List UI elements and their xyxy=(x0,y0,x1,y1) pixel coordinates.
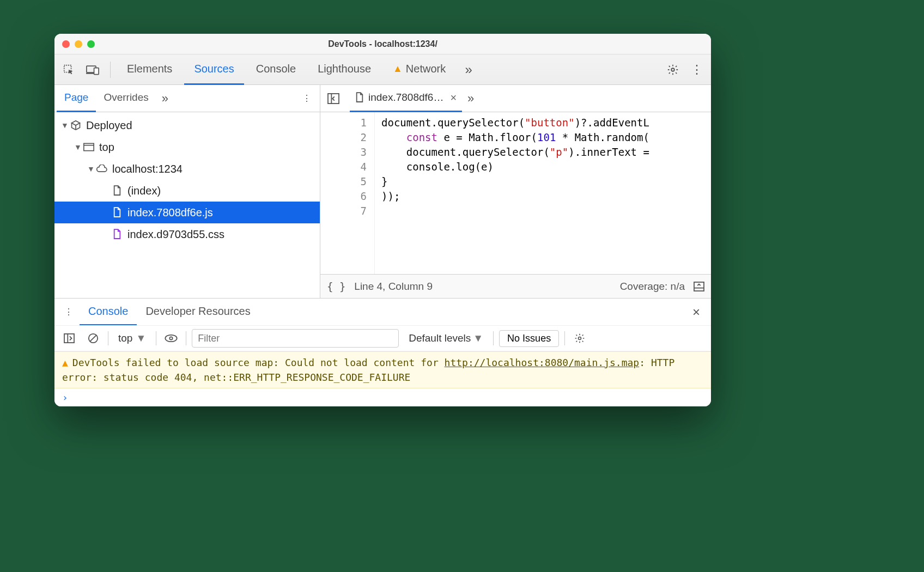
issues-button[interactable]: No Issues xyxy=(499,330,559,347)
tree-label: index.7808df6e.js xyxy=(127,206,213,219)
tree-label: index.d9703d55.css xyxy=(127,228,224,241)
tree-file-js[interactable]: index.7808df6e.js xyxy=(54,202,320,223)
navtab-page[interactable]: Page xyxy=(57,85,96,112)
code-body[interactable]: document.querySelector("button")?.addEve… xyxy=(375,112,711,274)
navtab-overrides[interactable]: Overrides xyxy=(96,85,156,112)
file-icon xyxy=(355,92,364,103)
cloud-icon xyxy=(96,165,108,173)
close-drawer-icon[interactable]: × xyxy=(685,305,708,320)
chevron-down-icon: ▼ xyxy=(73,143,83,151)
editor-pane: index.7808df6… × » 1 2 3 4 5 6 7 xyxy=(320,85,711,298)
tree-file-css[interactable]: index.d9703d55.css xyxy=(54,223,320,245)
console-toolbar: top ▼ Default levels ▼ No Issues xyxy=(54,325,711,351)
console-prompt[interactable]: › xyxy=(54,388,711,406)
navigator-kebab-icon[interactable]: ⋮ xyxy=(296,88,318,109)
code-editor[interactable]: 1 2 3 4 5 6 7 document.querySelector("bu… xyxy=(320,112,711,274)
editor-statusbar: { } Line 4, Column 9 Coverage: n/a xyxy=(320,274,711,298)
code-text xyxy=(381,131,406,143)
source-map-link[interactable]: http://localhost:8080/main.js.map xyxy=(445,357,640,368)
tab-network[interactable]: ▲ Network xyxy=(383,54,455,85)
tree-top[interactable]: ▼ top xyxy=(54,136,320,158)
tree-deployed[interactable]: ▼ Deployed xyxy=(54,114,320,136)
context-select[interactable]: top ▼ xyxy=(114,332,150,344)
tree-label: top xyxy=(99,141,114,154)
warning-icon: ▲ xyxy=(62,357,68,368)
code-text: console.log(e) xyxy=(381,160,711,174)
drawer-kebab-icon[interactable]: ⋮ xyxy=(58,301,80,323)
log-levels-select[interactable]: Default levels ▼ xyxy=(404,332,488,344)
line-number: 6 xyxy=(320,189,367,204)
kebab-menu-icon[interactable]: ⋮ xyxy=(686,59,708,81)
divider xyxy=(493,331,494,345)
navigator-sidebar: Page Overrides » ⋮ ▼ Deployed ▼ xyxy=(54,85,320,298)
maximize-window-button[interactable] xyxy=(87,40,95,48)
console-settings-icon[interactable] xyxy=(570,329,589,348)
line-gutter: 1 2 3 4 5 6 7 xyxy=(320,112,375,274)
editor-tab-label: index.7808df6… xyxy=(368,92,443,104)
tree-file-index[interactable]: (index) xyxy=(54,180,320,202)
settings-icon[interactable] xyxy=(662,59,684,81)
filter-input[interactable] xyxy=(192,329,399,348)
titlebar: DevTools - localhost:1234/ xyxy=(54,34,711,54)
warning-icon: ▲ xyxy=(393,63,403,75)
window-title: DevTools - localhost:1234/ xyxy=(54,39,711,49)
code-text: document.querySelector( xyxy=(381,146,550,158)
live-expression-icon[interactable] xyxy=(162,329,180,348)
inspect-element-icon[interactable] xyxy=(58,59,80,81)
close-tab-icon[interactable]: × xyxy=(450,92,457,104)
editor-tabs: index.7808df6… × » xyxy=(320,85,711,112)
toggle-navigator-icon[interactable] xyxy=(324,89,343,108)
file-icon xyxy=(111,207,123,218)
divider xyxy=(110,62,111,78)
chevron-down-icon: ▼ xyxy=(473,332,483,344)
line-number: 7 xyxy=(320,204,367,218)
console-warning-row[interactable]: ▲DevTools failed to load source map: Cou… xyxy=(54,351,711,388)
cube-icon xyxy=(70,120,82,131)
code-text: )?.addEventL xyxy=(575,117,649,129)
close-window-button[interactable] xyxy=(62,40,70,48)
more-tabs-icon[interactable]: » xyxy=(458,59,479,81)
svg-rect-7 xyxy=(64,334,74,343)
format-button[interactable]: { } xyxy=(327,281,345,293)
file-icon xyxy=(111,229,123,240)
tab-lighthouse[interactable]: Lighthouse xyxy=(308,54,381,85)
tab-sources[interactable]: Sources xyxy=(184,54,244,85)
code-text: "button" xyxy=(525,117,575,129)
divider xyxy=(564,331,565,345)
tab-elements[interactable]: Elements xyxy=(117,54,182,85)
svg-rect-2 xyxy=(94,68,99,74)
drawer-tabs: ⋮ Console Developer Resources × xyxy=(54,298,711,325)
clear-console-icon[interactable] xyxy=(84,329,102,348)
chevron-down-icon: ▼ xyxy=(60,121,70,130)
code-text: } xyxy=(381,174,711,189)
line-number: 4 xyxy=(320,160,367,174)
content: Page Overrides » ⋮ ▼ Deployed ▼ xyxy=(54,85,711,406)
tree-label: Deployed xyxy=(86,119,132,132)
drawer-tab-console[interactable]: Console xyxy=(80,299,137,326)
code-text: const xyxy=(406,131,437,143)
minimize-window-button[interactable] xyxy=(75,40,82,48)
editor-tab-file[interactable]: index.7808df6… × xyxy=(350,85,462,112)
device-toolbar-icon[interactable] xyxy=(82,59,104,81)
code-text: 101 xyxy=(537,131,556,143)
navtab-more-icon[interactable]: » xyxy=(156,92,174,106)
drawer-tab-devres[interactable]: Developer Resources xyxy=(137,299,259,326)
tree-host[interactable]: ▼ localhost:1234 xyxy=(54,158,320,180)
tab-console[interactable]: Console xyxy=(246,54,306,85)
frame-icon xyxy=(83,143,95,151)
tree-label: (index) xyxy=(127,185,161,197)
editor-more-tabs-icon[interactable]: » xyxy=(462,92,479,106)
divider xyxy=(156,331,156,345)
svg-point-9 xyxy=(166,335,177,342)
show-console-sidebar-icon[interactable] xyxy=(60,329,78,348)
chevron-down-icon: ▼ xyxy=(86,165,96,173)
divider xyxy=(186,331,186,345)
svg-point-10 xyxy=(170,337,173,339)
code-text: e = Math.floor( xyxy=(437,131,537,143)
toggle-details-icon[interactable] xyxy=(694,282,704,291)
context-label: top xyxy=(118,332,132,344)
devtools-window: DevTools - localhost:1234/ Elements Sour… xyxy=(54,34,711,406)
line-number: 2 xyxy=(320,130,367,145)
warning-text: DevTools failed to load source map: Coul… xyxy=(72,357,445,368)
file-icon xyxy=(111,185,123,196)
